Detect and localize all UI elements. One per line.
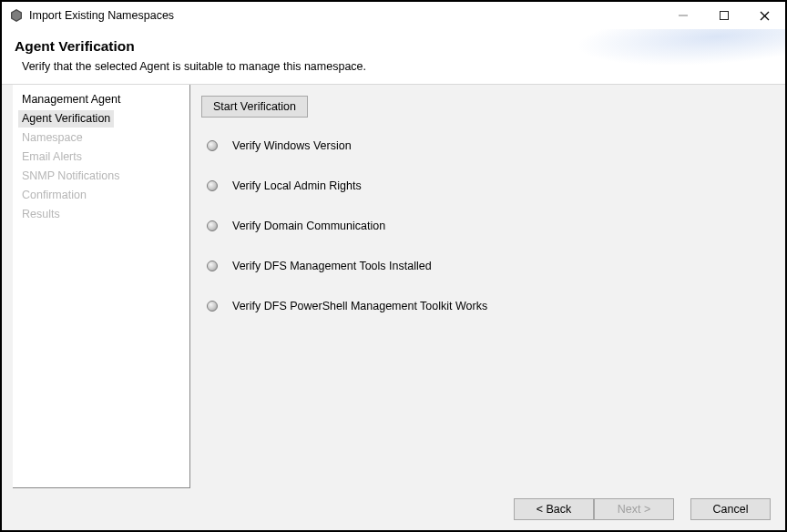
page-title: Agent Verification [15,38,772,55]
wizard-footer: < Back Next > Cancel [2,488,785,530]
status-bullet-icon [207,301,218,312]
step-confirmation: Confirmation [18,187,90,204]
wizard-header: Agent Verification Verify that the selec… [2,29,785,85]
status-bullet-icon [207,140,218,151]
check-label: Verify Domain Communication [232,220,385,232]
step-snmp-notifications: SNMP Notifications [18,168,123,185]
close-button[interactable] [744,2,785,29]
status-bullet-icon [207,180,218,191]
step-namespace: Namespace [18,129,87,147]
check-label: Verify DFS Management Tools Installed [232,260,432,272]
cancel-button[interactable]: Cancel [690,498,771,520]
wizard-steps-sidebar: Management Agent Agent Verification Name… [13,85,190,488]
next-button: Next > [594,498,674,520]
content-pane: Start Verification Verify Windows Versio… [190,85,785,488]
main-area: Management Agent Agent Verification Name… [2,85,785,488]
step-management-agent[interactable]: Management Agent [18,91,124,108]
check-item: Verify DFS Management Tools Installed [207,260,774,272]
check-label: Verify Local Admin Rights [232,179,362,192]
status-bullet-icon [207,220,218,231]
window-title: Import Existing Namespaces [29,9,174,22]
check-item: Verify Windows Version [207,139,774,152]
check-item: Verify Local Admin Rights [207,179,774,192]
check-label: Verify DFS PowerShell Management Toolkit… [232,300,487,312]
check-item: Verify Domain Communication [207,220,774,232]
step-agent-verification[interactable]: Agent Verification [18,110,114,128]
check-item: Verify DFS PowerShell Management Toolkit… [207,300,774,312]
app-icon [9,8,24,23]
minimize-button[interactable] [662,2,703,29]
maximize-button[interactable] [703,2,744,29]
step-results: Results [18,206,64,223]
page-subtitle: Verify that the selected Agent is suitab… [22,60,772,73]
titlebar: Import Existing Namespaces [2,2,785,29]
start-verification-button[interactable]: Start Verification [201,96,308,118]
step-email-alerts: Email Alerts [18,148,86,166]
verification-check-list: Verify Windows Version Verify Local Admi… [201,139,774,312]
status-bullet-icon [207,261,218,271]
dialog-window: Import Existing Namespaces Agent Verific… [0,0,787,532]
back-button[interactable]: < Back [514,498,594,520]
svg-rect-3 [720,12,728,20]
check-label: Verify Windows Version [232,139,352,152]
